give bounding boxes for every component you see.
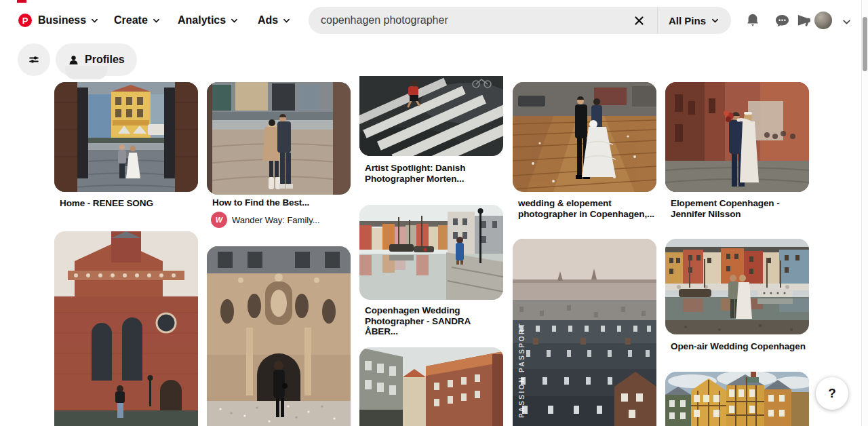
nav-analytics-label: Analytics [178,14,226,26]
gate-couple-illustration [54,82,198,192]
pin-image-old-street[interactable] [359,347,503,426]
pin-image-gate-wedding-couple[interactable] [54,82,198,192]
pin-image-street-hug-couple[interactable] [665,82,809,192]
kissing-couple-illustration [207,82,351,195]
nav-business[interactable]: Business [38,0,98,41]
nav-ads[interactable]: Ads [258,0,290,41]
pin-title[interactable]: Home - RENEE SONG [54,198,198,209]
pin-title[interactable]: Elopement Copenhagen - Jennifer Nilsson [665,198,809,219]
castle-illustration [207,246,351,426]
account-menu-button[interactable] [837,12,856,31]
yellow-houses-illustration [665,372,809,426]
church-illustration [54,231,198,426]
pin-image-nyhavn-wedding[interactable] [665,239,809,334]
account-avatar[interactable] [814,12,832,29]
chevron-down-icon [711,17,719,24]
close-icon [634,16,644,26]
pin-image-castle-arch[interactable] [207,246,351,426]
pin-attribution[interactable]: W Wander Way: Family... [211,212,320,228]
nav-analytics[interactable]: Analytics [178,0,238,41]
street-illustration [359,347,503,426]
bell-icon [745,13,760,28]
pin-image-walking-couple[interactable] [513,82,656,192]
nav-create[interactable]: Create [114,0,160,41]
pin-title[interactable]: Artist Spotlight: Danish Photographer Mo… [359,163,503,184]
street-hug-illustration [665,82,809,192]
notifications-button[interactable] [743,11,762,30]
messages-button[interactable] [772,11,791,30]
search-bar[interactable]: copenhagen photographer All Pins [309,7,731,34]
chevron-down-icon [153,17,160,24]
crosswalk-illustration [359,76,503,156]
attribution-text: Wander Way: Family... [232,215,320,225]
nav-create-label: Create [114,14,148,26]
search-scope-label: All Pins [669,15,706,26]
chevron-down-icon [231,17,238,24]
chevron-down-icon [91,17,98,24]
campaigns-button[interactable] [794,11,813,30]
pinterest-business-search-page: P Business Create Analytics Ads copenhag… [0,0,868,426]
clear-search-button[interactable] [629,9,650,31]
avatar-monogram: W [216,216,222,224]
passion-passport-watermark: PASSION PASSPORT [518,248,526,418]
wander-way-avatar: W [211,212,227,228]
scrollbar-thumb[interactable] [863,17,867,71]
nyhavn-wedding-illustration [665,239,809,334]
pin-title[interactable]: Open-air Wedding Copenhagen [665,341,809,352]
pin-image-nyhavn-canal[interactable] [359,205,503,300]
pin-image-brick-church[interactable] [54,231,198,426]
help-button[interactable]: ? [816,377,848,410]
walking-couple-illustration [513,82,656,192]
person-icon [68,54,79,66]
chat-bubble-icon [774,13,790,28]
top-edge-artifact [17,0,26,3]
pin-image-foggy-rooftops[interactable]: PASSION PASSPORT [513,239,656,426]
tune-filter-icon [27,53,41,66]
pin-title[interactable]: Copenhagen Wedding Photographer - SANDRA… [359,305,503,337]
nyhavn-canal-illustration [359,205,503,300]
pin-image-yellow-houses[interactable] [665,372,809,426]
search-scope-dropdown[interactable]: All Pins [657,7,731,34]
partial-pin-above [65,66,107,79]
rooftops-illustration [513,239,656,426]
pin-image-crosswalk-runner[interactable] [359,76,503,156]
profiles-label: Profiles [85,54,125,66]
chevron-down-icon [283,17,290,24]
search-input[interactable]: copenhagen photographer [309,14,629,26]
pinterest-logo-letter: P [22,16,28,26]
help-button-label: ? [828,386,836,401]
chevron-down-icon [842,18,851,26]
megaphone-icon [796,13,812,28]
nav-business-label: Business [38,14,86,26]
filters-button[interactable] [18,43,50,76]
pin-title[interactable]: How to Find the Best... [207,197,351,208]
pin-title[interactable]: wedding & elopement photographer in Cope… [513,198,656,219]
pin-image-kissing-couple[interactable] [207,82,351,195]
pinterest-logo[interactable]: P [18,14,32,27]
nav-ads-label: Ads [258,14,278,26]
